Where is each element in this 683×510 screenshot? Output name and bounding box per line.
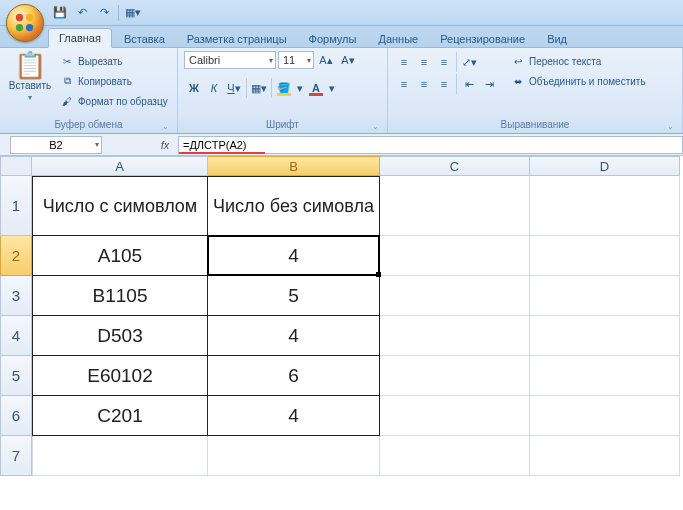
cell-B5[interactable]: 6	[208, 356, 380, 396]
align-bottom-button[interactable]: ≡	[434, 52, 454, 72]
merge-center-button[interactable]: ⬌Объединить и поместить	[509, 72, 648, 90]
cell-C7[interactable]	[380, 436, 530, 476]
font-color-dropdown[interactable]: ▾	[326, 78, 338, 98]
qat-custom-icon[interactable]: ▦▾	[125, 5, 141, 21]
underline-button[interactable]: Ч▾	[224, 78, 244, 98]
tab-home[interactable]: Главная	[48, 28, 112, 48]
tab-formulas[interactable]: Формулы	[299, 30, 367, 48]
formula-bar: B2 ▾ fx =ДЛСТР(A2)	[0, 134, 683, 156]
align-center-button[interactable]: ≡	[414, 74, 434, 94]
cut-label: Вырезать	[78, 56, 122, 67]
cell-C4[interactable]	[380, 316, 530, 356]
cell-C2[interactable]	[380, 236, 530, 276]
office-button[interactable]	[6, 4, 44, 42]
cell-D3[interactable]	[530, 276, 680, 316]
border-button[interactable]: ▦▾	[249, 78, 269, 98]
undo-icon[interactable]: ↶	[74, 5, 90, 21]
row-header-3[interactable]: 3	[0, 276, 32, 316]
cell-A2[interactable]: A105	[32, 236, 208, 276]
cell-A5[interactable]: E60102	[32, 356, 208, 396]
cell-B7[interactable]	[208, 436, 380, 476]
cell-C6[interactable]	[380, 396, 530, 436]
tab-view[interactable]: Вид	[537, 30, 577, 48]
indent-increase-button[interactable]: ⇥	[479, 74, 499, 94]
save-icon[interactable]: 💾	[52, 5, 68, 21]
formula-input[interactable]: =ДЛСТР(A2)	[178, 136, 683, 154]
group-alignment-label: Выравнивание	[394, 117, 676, 133]
worksheet[interactable]: A B C D 1 Число с симовлом Число без сим…	[0, 156, 683, 476]
highlight-underline	[179, 152, 265, 154]
cell-A1[interactable]: Число с симовлом	[32, 176, 208, 236]
indent-decrease-button[interactable]: ⇤	[459, 74, 479, 94]
svg-point-1	[26, 14, 33, 21]
col-header-D[interactable]: D	[530, 156, 680, 176]
italic-button[interactable]: К	[204, 78, 224, 98]
cell-B2[interactable]: 4	[208, 236, 380, 276]
orientation-button[interactable]: ⤢▾	[459, 52, 479, 72]
cell-B6[interactable]: 4	[208, 396, 380, 436]
cell-D4[interactable]	[530, 316, 680, 356]
fill-color-dropdown[interactable]: ▾	[294, 78, 306, 98]
rows: 1 Число с симовлом Число без симовла 2 A…	[0, 176, 683, 476]
cell-D2[interactable]	[530, 236, 680, 276]
bold-button[interactable]: Ж	[184, 78, 204, 98]
select-all-corner[interactable]	[0, 156, 32, 176]
paste-icon: 📋	[14, 52, 46, 78]
col-header-B[interactable]: B	[208, 156, 380, 176]
cell-C5[interactable]	[380, 356, 530, 396]
align-top-button[interactable]: ≡	[394, 52, 414, 72]
grow-font-button[interactable]: A▴	[316, 50, 336, 70]
cell-D7[interactable]	[530, 436, 680, 476]
tab-data[interactable]: Данные	[368, 30, 428, 48]
paste-button[interactable]: 📋 Вставить ▾	[6, 50, 54, 102]
tab-page-layout[interactable]: Разметка страницы	[177, 30, 297, 48]
align-left-button[interactable]: ≡	[394, 74, 414, 94]
name-box[interactable]: B2 ▾	[10, 136, 102, 154]
format-painter-label: Формат по образцу	[78, 96, 168, 107]
cell-D1[interactable]	[530, 176, 680, 236]
cell-C1[interactable]	[380, 176, 530, 236]
cell-C3[interactable]	[380, 276, 530, 316]
cell-D6[interactable]	[530, 396, 680, 436]
cell-B4[interactable]: 4	[208, 316, 380, 356]
cell-D5[interactable]	[530, 356, 680, 396]
cell-A6[interactable]: C201	[32, 396, 208, 436]
col-header-C[interactable]: C	[380, 156, 530, 176]
row-header-6[interactable]: 6	[0, 396, 32, 436]
format-painter-button[interactable]: 🖌Формат по образцу	[58, 92, 170, 110]
row-header-2[interactable]: 2	[0, 236, 32, 276]
cell-B1[interactable]: Число без симовла	[208, 176, 380, 236]
qat-separator	[118, 5, 119, 21]
font-color-button[interactable]: A	[306, 78, 326, 98]
cell-A7[interactable]	[32, 436, 208, 476]
row-header-1[interactable]: 1	[0, 176, 32, 236]
font-name-combo[interactable]: Calibri▾	[184, 51, 276, 69]
group-font: Calibri▾ 11▾ A▴ A▾ Ж К Ч▾ ▦▾ 🪣 ▾ A ▾ Шри…	[178, 48, 388, 133]
cell-B3[interactable]: 5	[208, 276, 380, 316]
tab-insert[interactable]: Вставка	[114, 30, 175, 48]
align-right-button[interactable]: ≡	[434, 74, 454, 94]
paste-label: Вставить	[9, 80, 51, 91]
fx-icon[interactable]: fx	[152, 139, 178, 151]
row-header-5[interactable]: 5	[0, 356, 32, 396]
row-header-4[interactable]: 4	[0, 316, 32, 356]
copy-button[interactable]: ⧉Копировать	[58, 72, 170, 90]
redo-icon[interactable]: ↷	[96, 5, 112, 21]
group-font-label: Шрифт	[184, 117, 381, 133]
cell-A4[interactable]: D503	[32, 316, 208, 356]
tab-review[interactable]: Рецензирование	[430, 30, 535, 48]
shrink-font-button[interactable]: A▾	[338, 50, 358, 70]
cell-A3[interactable]: B1105	[32, 276, 208, 316]
wrap-label: Перенос текста	[529, 56, 601, 67]
row-header-7[interactable]: 7	[0, 436, 32, 476]
wrap-text-button[interactable]: ↩Перенос текста	[509, 52, 648, 70]
align-middle-button[interactable]: ≡	[414, 52, 434, 72]
fill-color-button[interactable]: 🪣	[274, 78, 294, 98]
cut-button[interactable]: ✂Вырезать	[58, 52, 170, 70]
col-header-A[interactable]: A	[32, 156, 208, 176]
copy-icon: ⧉	[60, 75, 74, 87]
svg-point-3	[26, 24, 33, 31]
font-size-combo[interactable]: 11▾	[278, 51, 314, 69]
separator	[271, 78, 272, 98]
office-logo-icon	[14, 12, 36, 34]
